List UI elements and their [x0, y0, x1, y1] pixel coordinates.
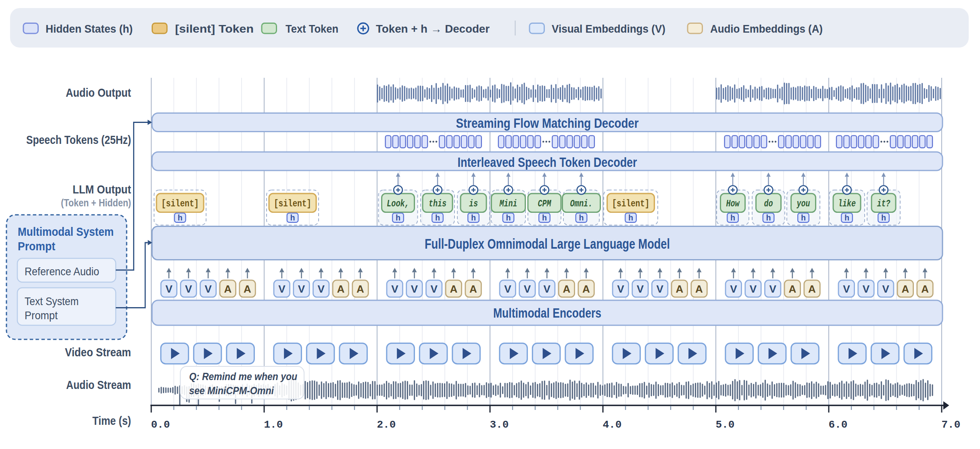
svg-text:A: A [901, 283, 909, 295]
svg-text:V: V [278, 283, 286, 295]
svg-text:Hidden States (h): Hidden States (h) [46, 23, 133, 35]
svg-text:A: A [676, 283, 683, 295]
svg-text:h: h [730, 214, 735, 223]
svg-text:[silent]: [silent] [161, 198, 199, 209]
svg-text:V: V [843, 283, 850, 295]
svg-text:Time (s): Time (s) [92, 414, 131, 427]
svg-text:3.0: 3.0 [490, 419, 509, 431]
svg-text:Visual Embeddings (V): Visual Embeddings (V) [552, 23, 665, 35]
svg-text:this: this [429, 198, 446, 209]
svg-text:h: h [542, 214, 547, 223]
svg-text:A: A [244, 283, 251, 295]
svg-text:h: h [506, 214, 511, 223]
svg-text:like: like [838, 198, 856, 209]
svg-text:V: V [165, 283, 173, 295]
svg-text:h: h [801, 214, 806, 223]
svg-text:Speech Tokens (25Hz): Speech Tokens (25Hz) [26, 133, 131, 146]
svg-text:1.0: 1.0 [264, 419, 283, 431]
svg-text:V: V [431, 283, 438, 295]
svg-text:Full-Duplex Omnimodal Large La: Full-Duplex Omnimodal Large Language Mod… [425, 236, 670, 252]
svg-text:V: V [750, 283, 757, 295]
svg-text:[silent] Token: [silent] Token [175, 23, 254, 35]
svg-text:Look,: Look, [387, 198, 409, 209]
svg-text:V: V [391, 283, 398, 295]
svg-text:Audio Embeddings (A): Audio Embeddings (A) [710, 23, 823, 35]
svg-text:see MiniCPM-Omni: see MiniCPM-Omni [189, 385, 274, 397]
svg-text:How: How [726, 198, 740, 209]
svg-text:A: A [357, 283, 364, 295]
svg-text:V: V [617, 283, 624, 295]
svg-text:V: V [544, 283, 551, 295]
svg-text:Prompt: Prompt [25, 309, 58, 322]
svg-text:V: V [411, 283, 418, 295]
svg-text:LLM Output: LLM Output [73, 183, 131, 196]
svg-text:Omni.: Omni. [570, 198, 593, 209]
svg-text:6.0: 6.0 [829, 419, 848, 431]
svg-text:Text System: Text System [25, 295, 79, 308]
svg-text:0.0: 0.0 [151, 419, 170, 431]
svg-text:V: V [504, 283, 511, 295]
svg-text:Audio Output: Audio Output [66, 86, 131, 99]
svg-text:Mini: Mini [499, 198, 517, 209]
svg-text:h: h [881, 214, 886, 223]
svg-text:Audio Stream: Audio Stream [66, 378, 131, 391]
svg-text:A: A [224, 283, 232, 295]
svg-text:A: A [450, 283, 457, 295]
svg-text:Video Stream: Video Stream [65, 345, 131, 359]
svg-text:V: V [204, 283, 212, 295]
svg-text:V: V [863, 283, 870, 295]
svg-text:A: A [469, 283, 477, 295]
svg-text:V: V [637, 283, 644, 295]
svg-text:V: V [298, 283, 305, 295]
svg-text:h: h [628, 214, 633, 223]
svg-text:A: A [788, 283, 796, 295]
svg-text:h: h [177, 214, 182, 223]
svg-text:4.0: 4.0 [603, 419, 622, 431]
svg-text:5.0: 5.0 [716, 419, 735, 431]
svg-text:[silent]: [silent] [612, 198, 650, 209]
svg-text:A: A [582, 283, 590, 295]
svg-text:A: A [921, 283, 929, 295]
svg-text:you: you [797, 198, 810, 209]
svg-text:h: h [396, 214, 400, 223]
svg-text:it?: it? [877, 198, 890, 209]
svg-text:V: V [882, 283, 890, 295]
svg-text:V: V [185, 283, 192, 295]
svg-text:A: A [337, 283, 345, 295]
svg-text:do: do [764, 198, 773, 209]
svg-text:Multimodal System: Multimodal System [18, 225, 114, 238]
svg-text:V: V [769, 283, 777, 295]
svg-text:A: A [563, 283, 570, 295]
svg-text:V: V [657, 283, 664, 295]
svg-text:A: A [695, 283, 703, 295]
svg-text:V: V [317, 283, 325, 295]
svg-text:h: h [435, 214, 440, 223]
svg-text:h: h [290, 214, 295, 223]
svg-text:Reference Audio: Reference Audio [25, 265, 99, 278]
svg-text:[silent]: [silent] [274, 198, 311, 209]
svg-text:h: h [766, 214, 771, 223]
svg-text:h: h [844, 214, 849, 223]
svg-text:(Token + Hidden): (Token + Hidden) [61, 197, 131, 208]
svg-text:is: is [469, 198, 478, 209]
svg-text:Prompt: Prompt [18, 239, 55, 253]
svg-text:A: A [808, 283, 816, 295]
svg-text:7.0: 7.0 [942, 419, 961, 431]
svg-text:V: V [730, 283, 737, 295]
svg-text:V: V [524, 283, 531, 295]
svg-text:h: h [579, 214, 584, 223]
svg-text:h: h [471, 214, 476, 223]
svg-text:Q: Remind me when you: Q: Remind me when you [189, 370, 297, 382]
svg-text:CPM: CPM [538, 198, 552, 209]
svg-text:Token + h → Decoder: Token + h → Decoder [376, 23, 490, 35]
svg-text:Streaming Flow Matching Decode: Streaming Flow Matching Decoder [456, 116, 639, 131]
svg-text:Interleaved Speech Token Decod: Interleaved Speech Token Decoder [458, 155, 637, 170]
svg-text:Multimodal Encoders: Multimodal Encoders [493, 306, 601, 320]
svg-text:Text Token: Text Token [286, 23, 338, 35]
svg-text:2.0: 2.0 [377, 419, 396, 431]
